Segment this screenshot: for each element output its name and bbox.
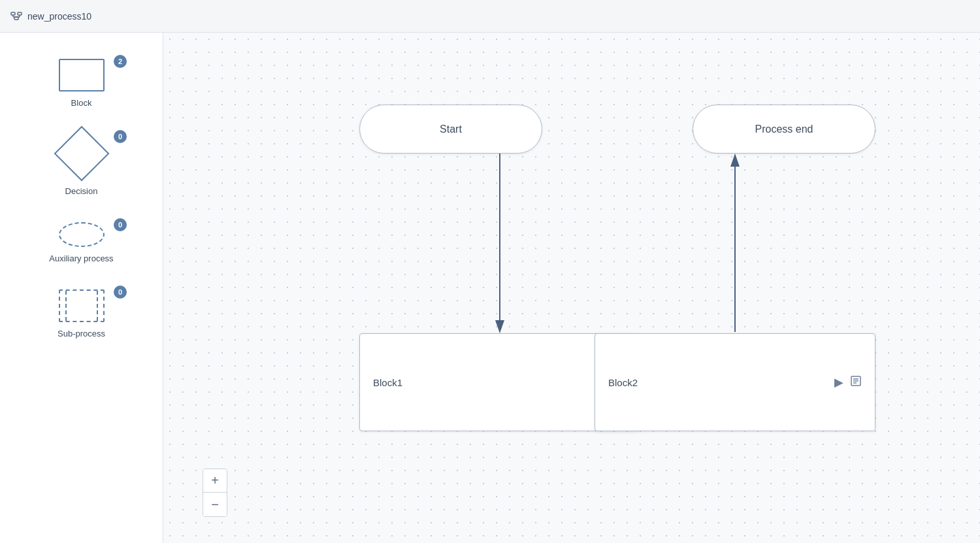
block-badge: 2 [114,55,127,68]
sidebar-item-decision[interactable]: 0 Decision [0,121,163,209]
auxiliary-label: Auxiliary process [49,254,113,263]
subprocess-shape [59,289,105,322]
node-block1-label: Block1 [373,377,599,388]
svg-rect-0 [11,12,15,15]
page-title: new_process10 [27,11,91,22]
decision-badge: 0 [114,130,127,143]
process-icon [10,9,22,24]
sidebar-item-subprocess[interactable]: 0 Sub-process [0,276,163,352]
subprocess-badge: 0 [114,286,127,299]
decision-shape [54,126,109,182]
zoom-controls: + − [203,469,227,517]
node-block2-icons: ▶ [834,375,862,390]
node-start[interactable]: Start [359,105,542,154]
node-block2[interactable]: Block2 ▶ [595,333,875,431]
node-process-end-label: Process end [755,123,813,135]
title-bar: new_process10 [0,0,980,33]
block2-play-icon[interactable]: ▶ [834,375,843,389]
node-process-end[interactable]: Process end [693,105,875,154]
sidebar: 2 Block 0 Decision 0 Auxiliary process 0… [0,33,163,543]
canvas[interactable]: Start Process end Block1 ▶ [163,33,980,543]
subprocess-label: Sub-process [57,329,105,338]
block-shape [59,59,105,91]
svg-rect-1 [18,12,22,15]
block2-edit-icon[interactable] [850,375,862,390]
node-block2-label: Block2 [608,377,834,388]
main-area: 2 Block 0 Decision 0 Auxiliary process 0… [0,33,980,543]
block-label: Block [71,98,92,108]
decision-label: Decision [65,186,98,196]
sidebar-item-block[interactable]: 2 Block [0,46,163,121]
zoom-out-button[interactable]: − [203,493,227,516]
auxiliary-shape [59,222,105,247]
zoom-in-button[interactable]: + [203,469,227,493]
sidebar-item-auxiliary[interactable]: 0 Auxiliary process [0,209,163,276]
auxiliary-badge: 0 [114,218,127,231]
node-start-label: Start [440,123,462,135]
